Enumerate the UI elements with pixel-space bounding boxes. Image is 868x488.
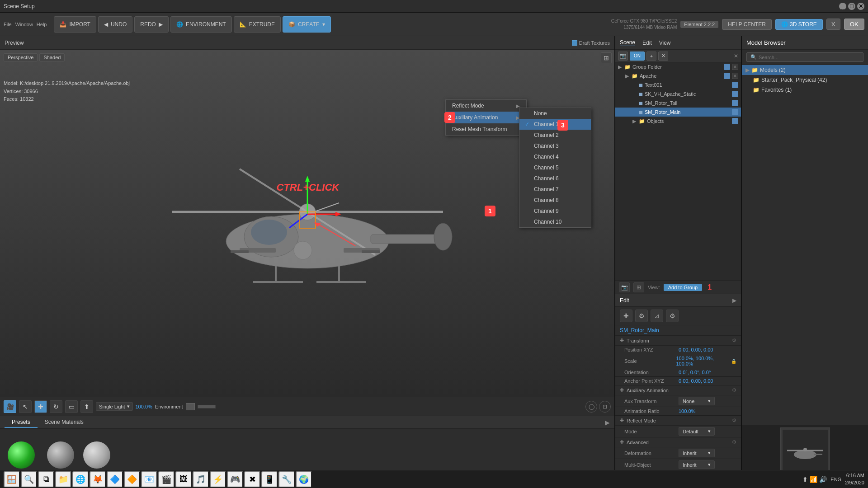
orientation-value[interactable]: 0.0°, 0.0°, 0.0° <box>679 370 711 375</box>
taskbar-search[interactable]: 🔍 <box>21 471 37 488</box>
tray-network[interactable]: 📶 <box>810 476 817 483</box>
apache-del-button[interactable]: ✕ <box>732 73 738 79</box>
mb-item-favorites[interactable]: 📁 Favorites (1) <box>749 85 868 95</box>
scene-delete-button[interactable]: ✕ <box>658 52 668 61</box>
extrude-button[interactable]: 📐 EXTRUDE <box>234 16 281 33</box>
taskbar-explorer[interactable]: 📁 <box>55 471 71 488</box>
rotate-icon[interactable]: ⚙ <box>635 310 648 322</box>
animation-ratio-value[interactable]: 100.0% <box>679 408 695 414</box>
settings-icon[interactable]: ⚙ <box>666 310 679 322</box>
anchor-value[interactable]: 0.00, 0.00, 0.00 <box>679 378 713 384</box>
sub-channel-10[interactable]: Channel 10 <box>519 216 591 227</box>
menu-help[interactable]: Help <box>37 22 47 27</box>
scale-icon[interactable]: ⊿ <box>651 310 663 322</box>
undo-button[interactable]: ◀ UNDO <box>98 16 132 33</box>
group-vis-button[interactable] <box>724 64 730 70</box>
taskbar-app1[interactable]: 🔷 <box>107 471 123 488</box>
x-button[interactable]: X <box>826 19 840 30</box>
environment-button[interactable]: 🌐 ENVIRONMENT <box>170 16 232 33</box>
shading-mode-button[interactable]: Shaded <box>39 53 65 61</box>
sub-channel-8[interactable]: Channel 8 <box>519 195 591 206</box>
transform-section-header[interactable]: ✚ Transform ⚙ <box>615 336 741 346</box>
ctx-reset-mesh[interactable]: Reset Mesh Transform <box>446 123 526 135</box>
sub-channel-5[interactable]: Channel 5 <box>519 162 591 173</box>
taskbar-app10[interactable]: 📱 <box>261 471 278 488</box>
tree-item-group[interactable]: ▶ 📁 Group Folder ✕ <box>615 62 741 71</box>
search-box[interactable]: 🔍 <box>746 52 863 62</box>
sub-channel-4[interactable]: Channel 4 <box>519 151 591 162</box>
viewport-expand-button[interactable]: ⊞ <box>601 52 612 63</box>
deformation-dropdown[interactable]: Inherit ▾ <box>679 449 715 457</box>
aux-gear-icon[interactable]: ⚙ <box>732 387 736 393</box>
apache-vis-button[interactable] <box>724 73 730 79</box>
tree-item-sm-rotor-main[interactable]: ◼ SM_Rotor_Main <box>615 108 741 117</box>
sub-none[interactable]: None <box>519 108 591 119</box>
add-to-group-button[interactable]: Add to Group <box>664 284 702 291</box>
create-button[interactable]: 📦 CREATE ▾ <box>283 16 331 33</box>
scene-tab[interactable]: Scene <box>620 39 635 46</box>
objects-vis-button[interactable] <box>732 118 738 124</box>
reflect-mode-section-header[interactable]: ✚ Reflect Mode ⚙ <box>615 416 741 426</box>
transform-gear-icon[interactable]: ⚙ <box>732 338 736 343</box>
vp-circle-btn-2[interactable]: ⊡ <box>599 401 611 413</box>
mb-item-starter-pack[interactable]: 📁 Starter_Pack_Physical (42) <box>749 75 868 85</box>
move-icon[interactable]: ✚ <box>620 310 632 322</box>
scene-toggle-button[interactable]: ON <box>630 52 645 61</box>
mb-item-models[interactable]: ▶ 📁 Models (2) <box>742 65 868 75</box>
add-button[interactable]: ✚ <box>34 400 47 413</box>
rotor-main-vis-button[interactable] <box>732 109 738 115</box>
draft-textures-toggle[interactable]: Draft Textures <box>572 40 610 46</box>
scene-add-button[interactable]: + <box>646 52 656 61</box>
text001-vis-button[interactable] <box>732 82 738 88</box>
taskbar-app2[interactable]: 🔶 <box>124 471 140 488</box>
sub-channel-3[interactable]: Channel 3 <box>519 141 591 151</box>
menu-file[interactable]: File <box>4 22 12 27</box>
taskbar-app11[interactable]: 🔧 <box>278 471 295 488</box>
menu-window[interactable]: Window <box>15 22 33 27</box>
advanced-section-header[interactable]: ✚ Advanced ⚙ <box>615 437 741 447</box>
view-tab[interactable]: View <box>659 40 671 46</box>
perspective-mode-button[interactable]: Perspective <box>4 53 38 61</box>
start-button[interactable]: 🪟 <box>4 471 20 488</box>
camera-view-button[interactable]: 🎥 <box>4 400 16 413</box>
maximize-button[interactable]: □ <box>848 3 855 10</box>
view-camera-btn[interactable]: 📷 <box>619 282 630 292</box>
tree-item-apache[interactable]: ▶ 📁 Apache ✕ <box>615 71 741 80</box>
environment-bar[interactable] <box>198 405 216 408</box>
search-input[interactable] <box>759 55 859 60</box>
taskbar-chrome[interactable]: 🌐 <box>72 471 89 488</box>
sub-channel-2[interactable]: Channel 2 <box>519 130 591 141</box>
taskbar-app8[interactable]: 🎮 <box>227 471 243 488</box>
taskbar-app9[interactable]: ✖ <box>244 471 260 488</box>
scene-camera-icon[interactable]: 📷 <box>618 52 628 61</box>
aux-transform-dropdown[interactable]: None ▾ <box>679 397 715 405</box>
tree-item-sk-apache[interactable]: ◼ SK_VH_Apache_Static <box>615 89 741 99</box>
scene-close-icon[interactable]: ✕ <box>734 53 738 59</box>
rotate-button[interactable]: ↻ <box>50 400 62 413</box>
taskbar-app6[interactable]: 🎵 <box>193 471 209 488</box>
select-tool-button[interactable]: ↖ <box>19 400 32 413</box>
close-button[interactable]: ✕ <box>857 3 864 10</box>
scale-value[interactable]: 100.0%, 100.0%, 100.0% <box>676 356 729 366</box>
aux-animation-section-header[interactable]: ✚ Auxiliary Animation ⚙ <box>615 385 741 395</box>
sub-channel-1[interactable]: ✓ Channel 1 <box>519 119 591 130</box>
edit-tab[interactable]: Edit <box>642 40 652 46</box>
sub-channel-9[interactable]: Channel 9 <box>519 206 591 216</box>
rotor-tail-vis-button[interactable] <box>732 100 738 106</box>
minimize-button[interactable]: _ <box>839 3 846 10</box>
taskbar-firefox[interactable]: 🦊 <box>90 471 106 488</box>
tray-volume[interactable]: 🔊 <box>819 476 827 483</box>
group-del-button[interactable]: ✕ <box>732 64 738 70</box>
taskbar-app7[interactable]: ⚡ <box>210 471 226 488</box>
ctx-reflect-mode[interactable]: Reflect Mode ▶ <box>446 100 526 112</box>
ctx-auxiliary-animation[interactable]: Auxiliary Animation ▶ <box>446 112 526 123</box>
taskbar-app12[interactable]: 🌍 <box>296 471 312 488</box>
draft-textures-checkbox[interactable] <box>572 40 577 46</box>
tree-item-objects[interactable]: ▶ 📁 Objects <box>615 117 741 126</box>
view-box-btn[interactable]: ⊞ <box>633 282 644 292</box>
taskbar-app3[interactable]: 📧 <box>141 471 157 488</box>
environment-swatch[interactable] <box>186 403 195 410</box>
redo-button[interactable]: REDO ▶ <box>134 16 169 33</box>
edit-panel-arrow[interactable]: ▶ <box>732 297 736 304</box>
advanced-gear-icon[interactable]: ⚙ <box>732 439 736 445</box>
